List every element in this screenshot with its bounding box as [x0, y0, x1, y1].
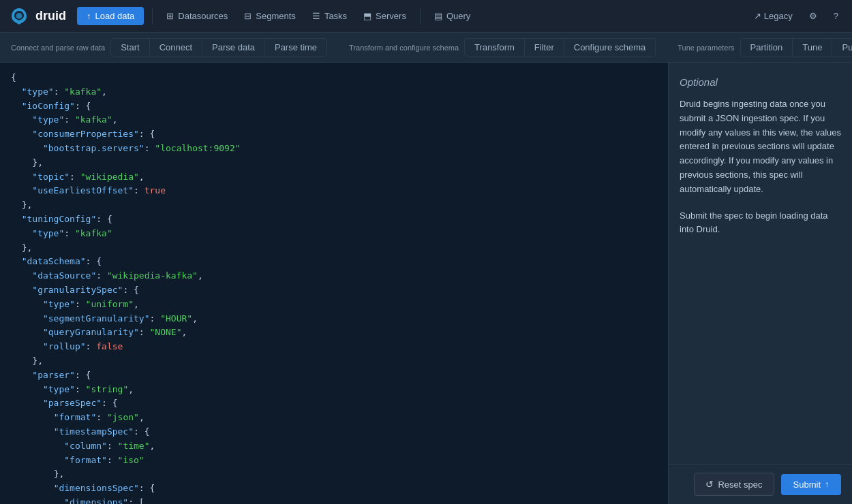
code-line: "rollup": false [11, 340, 657, 354]
submit-label: Submit [793, 479, 821, 490]
code-line: }, [11, 241, 657, 255]
nav-label-tasks: Tasks [324, 11, 347, 21]
code-line: "granularitySpec": { [11, 283, 657, 298]
nav-right: ↗ Legacy ⚙ ? [748, 8, 844, 24]
code-line: "consumerProperties": { [11, 127, 657, 142]
gear-icon: ⚙ [809, 11, 817, 21]
code-line: "bootstrap.servers": "localhost:9092" [11, 142, 657, 156]
code-line: }, [11, 156, 657, 170]
step-group-tune: Partition Tune Publish [740, 38, 852, 57]
app-logo-text: druid [35, 9, 66, 23]
reset-spec-label: Reset spec [718, 479, 762, 490]
right-panel-content: Optional Druid begins ingesting data onc… [669, 63, 852, 464]
code-line: }, [11, 198, 657, 212]
upload-icon: ↑ [87, 11, 91, 21]
code-line: "ioConfig": { [11, 99, 657, 114]
query-icon: ▤ [434, 11, 442, 21]
segments-icon: ⊟ [244, 11, 252, 21]
code-line: "queryGranularity": "NONE", [11, 326, 657, 340]
code-line: "type": "kafka", [11, 85, 657, 99]
datasources-icon: ⊞ [166, 11, 174, 21]
logo-area: druid [8, 5, 66, 27]
nav-label-query: Query [446, 11, 470, 21]
load-data-button[interactable]: ↑ Load data [77, 7, 144, 25]
legacy-label: Legacy [764, 11, 793, 21]
external-link-icon: ↗ [754, 11, 761, 21]
nav-item-servers[interactable]: ⬒ Servers [355, 7, 414, 25]
step-group-label-1: Connect and parse raw data [11, 44, 105, 52]
nav-item-query[interactable]: ▤ Query [426, 7, 478, 25]
step-btn-publish[interactable]: Publish [832, 38, 852, 57]
code-line: "tuningConfig": { [11, 212, 657, 227]
code-line: "column": "time", [11, 439, 657, 454]
code-line: "dataSchema": { [11, 255, 657, 269]
step-btn-connect[interactable]: Connect [150, 38, 202, 57]
code-line: "type": "uniform", [11, 298, 657, 312]
nav-label-segments: Segments [256, 11, 296, 21]
help-icon: ? [834, 11, 838, 21]
code-line: "format": "iso" [11, 454, 657, 468]
step-btn-filter[interactable]: Filter [525, 38, 564, 57]
top-nav: druid ↑ Load data ⊞ Datasources ⊟ Segmen… [0, 0, 852, 33]
code-line: "timestampSpec": { [11, 425, 657, 439]
code-line: "type": "string", [11, 383, 657, 397]
step-btn-tune[interactable]: Tune [793, 38, 832, 57]
code-line: "format": "json", [11, 411, 657, 425]
code-line: }, [11, 354, 657, 368]
tasks-icon: ☰ [312, 11, 320, 21]
optional-title: Optional [680, 76, 841, 88]
step-group-transform: Transform Filter Configure schema [464, 38, 656, 57]
code-editor[interactable]: { "type": "kafka", "ioConfig": { "type":… [0, 63, 668, 504]
nav-label-datasources: Datasources [178, 11, 228, 21]
right-panel-footer: ↺ Reset spec Submit ↑ [669, 464, 852, 504]
step-btn-transform[interactable]: Transform [464, 38, 525, 57]
nav-separator-1 [152, 8, 153, 25]
code-line: "parseSpec": { [11, 396, 657, 411]
servers-icon: ⬒ [363, 11, 371, 21]
druid-logo-icon [8, 5, 30, 27]
reset-icon: ↺ [705, 479, 714, 490]
step-btn-parse-data[interactable]: Parse data [202, 38, 265, 57]
nav-item-segments[interactable]: ⊟ Segments [236, 7, 304, 25]
code-line: "type": "kafka" [11, 227, 657, 241]
step-nav: Connect and parse raw data Start Connect… [0, 33, 852, 63]
code-line: { [11, 71, 657, 85]
code-line: "segmentGranularity": "HOUR", [11, 312, 657, 326]
submit-arrow-icon: ↑ [825, 479, 829, 489]
load-data-label: Load data [95, 11, 135, 21]
main-content: { "type": "kafka", "ioConfig": { "type":… [0, 63, 852, 504]
step-btn-start[interactable]: Start [110, 38, 149, 57]
reset-spec-button[interactable]: ↺ Reset spec [694, 473, 774, 496]
code-line: "type": "kafka", [11, 113, 657, 127]
code-line: "dimensions": [ [11, 496, 657, 504]
nav-separator-2 [420, 8, 421, 25]
nav-item-tasks[interactable]: ☰ Tasks [304, 7, 355, 25]
submit-button[interactable]: Submit ↑ [781, 474, 841, 495]
code-line: }, [11, 467, 657, 482]
step-group-connect-parse: Start Connect Parse data Parse time [110, 38, 327, 57]
code-line: "dimensionsSpec": { [11, 482, 657, 496]
step-group-label-3: Tune parameters [678, 44, 734, 52]
optional-description-1: Druid begins ingesting data once you sub… [680, 97, 841, 197]
step-btn-parse-time[interactable]: Parse time [265, 38, 327, 57]
code-line: "dataSource": "wikipedia-kafka", [11, 269, 657, 283]
step-btn-partition[interactable]: Partition [740, 38, 793, 57]
code-line: "topic": "wikipedia", [11, 170, 657, 185]
code-line: "parser": { [11, 368, 657, 383]
legacy-link[interactable]: ↗ Legacy [748, 8, 798, 24]
right-panel: Optional Druid begins ingesting data onc… [668, 63, 852, 504]
help-button[interactable]: ? [828, 8, 844, 24]
settings-button[interactable]: ⚙ [804, 8, 823, 24]
code-line: "useEarliestOffset": true [11, 184, 657, 198]
nav-label-servers: Servers [376, 11, 406, 21]
step-group-label-2: Transform and configure schema [349, 44, 459, 52]
optional-description-2: Submit the spec to begin loading data in… [680, 209, 841, 238]
step-btn-configure-schema[interactable]: Configure schema [564, 38, 656, 57]
nav-item-datasources[interactable]: ⊞ Datasources [158, 7, 236, 25]
